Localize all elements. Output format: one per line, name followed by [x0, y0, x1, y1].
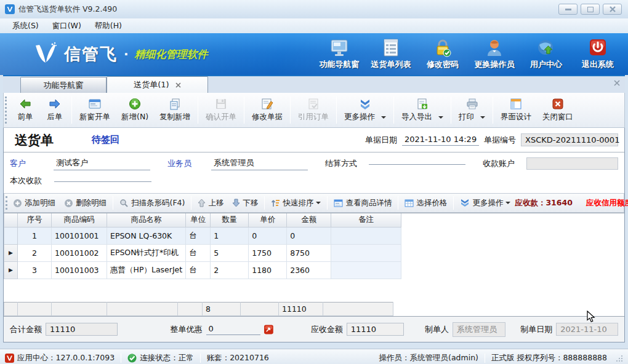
cell-qty[interactable]: 5 — [211, 244, 249, 261]
col-header-name[interactable]: 商品名称 — [107, 213, 186, 227]
new-window-order-button[interactable]: 新窗开单 — [74, 96, 116, 124]
col-header-unit[interactable]: 单位 — [186, 213, 211, 227]
col-header-code[interactable]: 商品编码 — [52, 213, 107, 227]
tab-delivery-order[interactable]: 送货单(1) — [107, 76, 208, 93]
add-order-button[interactable]: 新增(N) — [116, 96, 154, 124]
product-detail-icon — [334, 199, 343, 207]
banner-action-change-password[interactable]: 修改密码 — [420, 36, 465, 73]
cell-price[interactable]: 0 — [249, 227, 287, 244]
more-actions-button[interactable]: 更多操作 — [339, 96, 392, 124]
col-header-price[interactable]: 单价 — [249, 213, 287, 227]
toolbar-separator — [451, 97, 451, 124]
receivable-amount-field[interactable]: 11110 — [347, 323, 404, 336]
scan-barcode-button[interactable]: 扫描条形码(F4) — [115, 198, 189, 208]
banner-action-nav[interactable]: 功能导航窗 — [316, 36, 362, 73]
status-bar: 应用中心：127.0.0.1:7093 连接状态：正常 账套：20210716 … — [0, 349, 628, 364]
col-header-no[interactable]: 序号 — [18, 213, 52, 227]
move-up-button[interactable]: 上移 — [193, 198, 228, 208]
view-product-detail-button[interactable]: 查看商品详情 — [329, 198, 396, 208]
cell-note[interactable] — [331, 227, 401, 244]
minimize-button[interactable] — [558, 4, 578, 15]
cell-no[interactable]: 1 — [18, 227, 52, 244]
grid-row[interactable]: ▶ 3 100101003 惠普（HP）LaserJet 台 2 1180 23… — [4, 261, 401, 279]
order-form: 客户 测试客户 业务员 系统管理员 结算方式 收款账户 本次收款 — [4, 152, 624, 193]
discount-input[interactable]: 0 — [206, 323, 260, 335]
customer-input[interactable]: 测试客户 — [54, 157, 150, 170]
button-label: 新窗开单 — [79, 112, 110, 122]
cell-code[interactable]: 100101001 — [52, 227, 107, 244]
cell-note[interactable] — [331, 261, 401, 279]
banner-action-label: 修改密码 — [427, 59, 459, 70]
grid-row[interactable]: ▶ 2 100101002 EPSON针式打*印机 台 5 1750 8750 — [4, 244, 401, 261]
cell-name[interactable]: EPSON LQ-630K — [107, 227, 186, 244]
cell-price[interactable]: 1180 — [249, 261, 287, 279]
cell-amount[interactable]: 8750 — [287, 244, 331, 261]
row-selector[interactable]: ▶ — [4, 244, 18, 261]
account-field[interactable] — [526, 157, 618, 170]
cell-price[interactable]: 1750 — [249, 244, 287, 261]
banner-action-exit[interactable]: 退出系统 — [575, 36, 621, 73]
cell-qty[interactable]: 1 — [211, 227, 249, 244]
close-button[interactable] — [603, 4, 622, 15]
delete-detail-button[interactable]: 删除明细 — [60, 198, 111, 208]
banner-action-order-list[interactable]: 送货单列表 — [368, 36, 414, 73]
select-price-button[interactable]: 选择价格 — [400, 198, 451, 208]
ui-design-button[interactable]: 界面设计 — [495, 96, 537, 124]
payment-label: 本次收款 — [10, 175, 54, 186]
settlement-input[interactable] — [369, 162, 465, 165]
cell-unit[interactable]: 台 — [186, 261, 211, 279]
brand-slogan: 精细化管理软件 — [135, 47, 208, 61]
total-amount-label: 合计金额 — [10, 324, 42, 335]
print-button[interactable]: 打印 — [453, 96, 491, 124]
payment-input[interactable] — [54, 180, 151, 182]
edit-order-button[interactable]: 修改单据 — [246, 96, 288, 124]
copy-add-button[interactable]: 复制新增 — [154, 96, 196, 124]
lock-icon — [433, 39, 453, 57]
col-header-qty[interactable]: 数量 — [211, 213, 249, 227]
add-detail-button[interactable]: 添加明细 — [9, 198, 60, 208]
detail-more-actions-button[interactable]: 更多操作 — [456, 198, 515, 208]
prev-order-button[interactable]: 前单 — [10, 96, 40, 124]
salesman-input[interactable]: 系统管理员 — [211, 157, 308, 170]
document-status: 待签回 — [92, 134, 119, 146]
tab-close-icon[interactable] — [175, 82, 181, 88]
next-order-button[interactable]: 后单 — [40, 96, 70, 124]
cell-amount[interactable]: 2360 — [287, 261, 331, 279]
button-label: 快速排序 — [283, 198, 313, 208]
col-header-amount[interactable]: 金额 — [287, 213, 331, 227]
cell-amount[interactable]: 0 — [287, 227, 331, 244]
receivable-amount-label: 应收金额 — [311, 324, 343, 335]
status-text: 账套：20210716 — [207, 353, 269, 363]
menu-window[interactable]: 窗口(W) — [46, 19, 87, 33]
cell-no[interactable]: 3 — [18, 261, 52, 279]
doc-date-input[interactable]: 2021-11-10 14:29 — [402, 134, 479, 146]
banner-action-user-center[interactable]: 用户中心 — [523, 36, 569, 73]
banner-action-switch-operator[interactable]: 更换操作员 — [472, 36, 517, 73]
close-window-button[interactable]: 关闭窗口 — [537, 96, 579, 124]
cell-qty[interactable]: 2 — [211, 261, 249, 279]
row-selector[interactable] — [4, 227, 18, 244]
tabstrip-close-icon[interactable] — [614, 80, 620, 86]
status-license: 正式版 授权序列号：888888888 — [491, 353, 607, 363]
cell-note[interactable] — [331, 244, 401, 261]
quick-sort-button[interactable]: 快速排序 — [267, 198, 325, 208]
resize-grip-icon[interactable] — [616, 355, 623, 362]
cell-unit[interactable]: 台 — [186, 244, 211, 261]
menu-help[interactable]: 帮助(H) — [89, 19, 128, 33]
cell-name[interactable]: EPSON针式打*印机 — [107, 244, 186, 261]
cell-unit[interactable]: 台 — [186, 227, 211, 244]
maximize-button[interactable] — [581, 4, 600, 15]
cell-no[interactable]: 2 — [18, 244, 52, 261]
tab-nav-window[interactable]: 功能导航窗 — [20, 77, 107, 93]
import-export-button[interactable]: 导入导出 — [396, 96, 449, 124]
grid-row[interactable]: 1 100101001 EPSON LQ-630K 台 1 0 0 — [4, 227, 401, 244]
grid-header-row: 序号 商品编码 商品名称 单位 数量 单价 金额 备注 — [4, 213, 401, 227]
discount-edit-icon[interactable] — [264, 325, 273, 334]
col-header-note[interactable]: 备注 — [331, 213, 401, 227]
cell-code[interactable]: 100101002 — [52, 244, 107, 261]
cell-code[interactable]: 100101003 — [52, 261, 107, 279]
row-selector[interactable]: ▶ — [4, 261, 18, 279]
menu-system[interactable]: 系统(S) — [6, 19, 45, 33]
move-down-button[interactable]: 下移 — [228, 198, 262, 208]
cell-name[interactable]: 惠普（HP）LaserJet — [107, 261, 186, 279]
